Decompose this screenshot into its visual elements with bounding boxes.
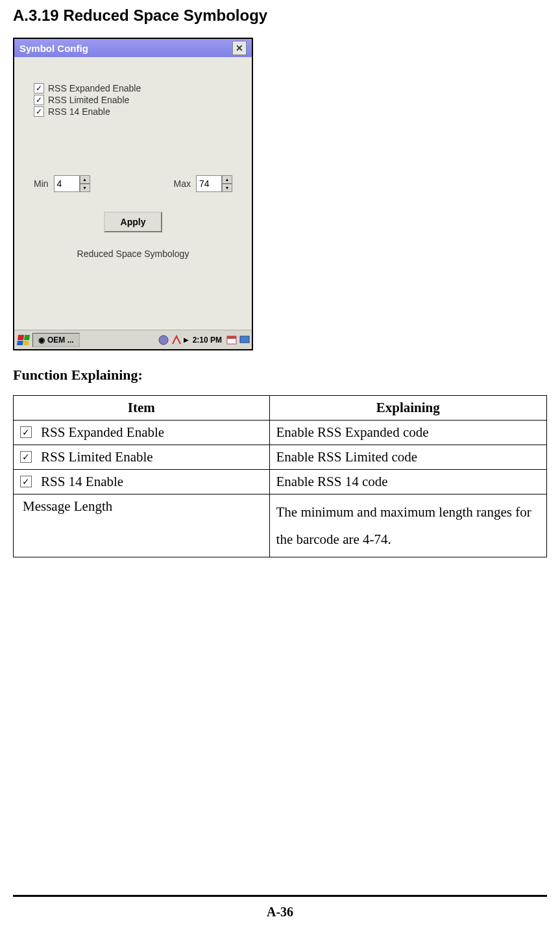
explaining-text: Enable RSS 14 code [269, 470, 546, 495]
checkbox-icon: ✓ [20, 451, 32, 463]
explaining-text: Enable RSS Expanded code [269, 421, 546, 445]
taskbar-clock[interactable]: 2:10 PM [190, 336, 225, 345]
svg-rect-3 [240, 336, 249, 343]
max-spinner: ▲ ▼ [196, 175, 232, 192]
max-label: Max [174, 178, 191, 189]
tray-icon-desktop[interactable] [239, 334, 250, 346]
checkbox-row: ✓ RSS Limited Enable [34, 95, 232, 105]
max-input[interactable] [196, 175, 222, 192]
tray-chevron-icon[interactable]: ▶ [184, 336, 189, 343]
close-icon: ✕ [236, 43, 243, 53]
windows-flag-icon [17, 335, 30, 345]
checkbox-rss-14[interactable]: ✓ [34, 106, 44, 117]
tray-icon-connection[interactable] [171, 334, 182, 346]
checkbox-row: ✓ RSS Expanded Enable [34, 83, 232, 93]
table-header-explaining: Explaining [269, 396, 546, 421]
app-icon: ◉ [38, 336, 45, 345]
dialog-body: ✓ RSS Expanded Enable ✓ RSS Limited Enab… [14, 57, 252, 330]
checkbox-rss-expanded[interactable]: ✓ [34, 83, 44, 93]
dialog-caption: Reduced Space Symbology [34, 249, 232, 259]
checkbox-icon: ✓ [20, 426, 32, 438]
max-down-button[interactable]: ▼ [222, 184, 232, 192]
checkbox-label: RSS Limited Enable [48, 95, 129, 105]
checkbox-label: RSS Expanded Enable [48, 83, 141, 93]
item-text: RSS Expanded Enable [41, 424, 164, 441]
checkbox-rss-limited[interactable]: ✓ [34, 95, 44, 105]
page-footer: A-36 [13, 895, 547, 920]
item-text: Message Length [20, 498, 112, 514]
max-up-button[interactable]: ▲ [222, 175, 232, 184]
table-row: ✓ RSS 14 Enable Enable RSS 14 code [14, 470, 547, 495]
min-spinner: ▲ ▼ [54, 175, 90, 192]
checkbox-icon: ✓ [20, 476, 32, 487]
explaining-text: Enable RSS Limited code [269, 445, 546, 470]
explaining-text: The minimum and maximum length ranges fo… [269, 495, 546, 557]
min-max-row: Min ▲ ▼ Max ▲ ▼ [34, 175, 232, 192]
svg-point-0 [159, 336, 168, 345]
tray-icon-network[interactable] [158, 334, 169, 346]
dialog-screenshot: Symbol Config ✕ ✓ RSS Expanded Enable ✓ … [13, 38, 253, 350]
start-button[interactable] [16, 332, 31, 348]
taskbar-app-label: OEM ... [47, 336, 74, 345]
table-row: ✓ RSS Expanded Enable Enable RSS Expande… [14, 421, 547, 445]
min-label: Min [34, 178, 49, 189]
table-row: Message Length The minimum and maximum l… [14, 495, 547, 557]
checkbox-label: RSS 14 Enable [48, 106, 110, 117]
tray-icon-calendar[interactable] [226, 334, 237, 346]
min-input[interactable] [54, 175, 80, 192]
table-row: ✓ RSS Limited Enable Enable RSS Limited … [14, 445, 547, 470]
dialog-title: Symbol Config [19, 43, 88, 54]
svg-rect-2 [227, 336, 236, 339]
section-heading: A.3.19 Reduced Space Symbology [13, 6, 547, 25]
checkbox-row: ✓ RSS 14 Enable [34, 106, 232, 117]
function-explaining-heading: Function Explaining: [13, 367, 547, 384]
apply-button[interactable]: Apply [104, 212, 163, 232]
table-header-item: Item [14, 396, 270, 421]
item-text: RSS 14 Enable [41, 474, 123, 490]
item-text: RSS Limited Enable [41, 449, 153, 465]
min-down-button[interactable]: ▼ [80, 184, 90, 192]
taskbar: ◉ OEM ... ▶ 2:10 PM [14, 330, 252, 349]
close-button[interactable]: ✕ [232, 41, 247, 55]
explaining-table: Item Explaining ✓ RSS Expanded Enable En… [13, 395, 547, 557]
page-number: A-36 [267, 905, 293, 919]
titlebar: Symbol Config ✕ [14, 39, 252, 57]
min-up-button[interactable]: ▲ [80, 175, 90, 184]
taskbar-app-button[interactable]: ◉ OEM ... [32, 333, 80, 347]
